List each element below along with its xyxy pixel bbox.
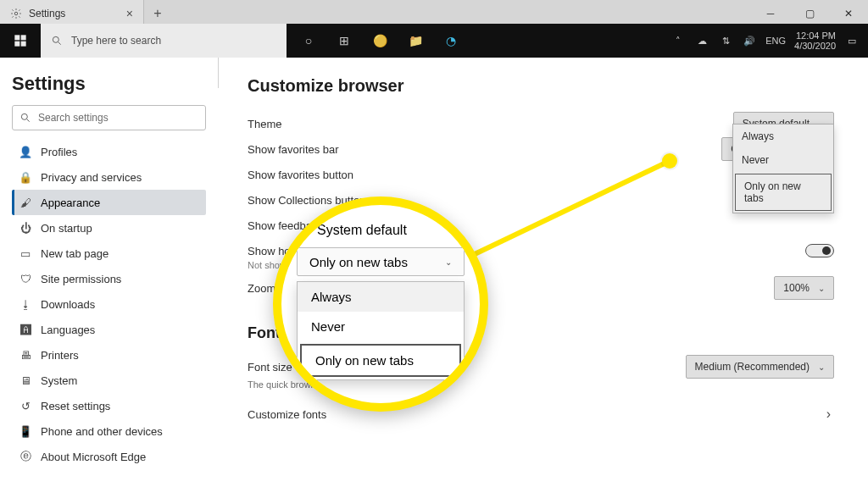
system-tray: ˄ ☁ ⇅ 🔊 ENG 12:04 PM 4/30/2020 ▭: [662, 30, 868, 51]
search-settings-input[interactable]: Search settings: [12, 105, 206, 130]
settings-nav: 👤Profiles 🔒Privacy and services 🖌Appeara…: [12, 139, 206, 469]
download-icon: ⭳: [19, 298, 32, 311]
gear-icon: [10, 8, 22, 19]
permissions-icon: 🛡: [19, 273, 32, 285]
tray-onedrive-icon[interactable]: ☁: [694, 33, 709, 48]
svg-rect-3: [14, 35, 19, 40]
user-icon: 👤: [19, 146, 32, 158]
start-button[interactable]: [0, 24, 41, 58]
reset-icon: ↺: [19, 400, 32, 412]
chevron-down-icon: ⌄: [818, 284, 825, 293]
sidebar-item-system[interactable]: 🖥System: [12, 368, 206, 393]
windows-icon: [14, 34, 27, 47]
newtab-icon: ▭: [19, 247, 32, 260]
taskbar-explorer-icon[interactable]: 📁: [398, 24, 432, 58]
tray-notifications-icon[interactable]: ▭: [844, 33, 860, 48]
callout-anchor-dot: [662, 153, 677, 169]
zoom-select[interactable]: 100%⌄: [774, 276, 834, 300]
sidebar-item-permissions[interactable]: 🛡Site permissions: [12, 266, 206, 291]
theme-label: Theme: [248, 118, 733, 130]
favorites-bar-option-always[interactable]: Always: [733, 125, 833, 148]
cortana-icon[interactable]: ○: [292, 24, 326, 58]
svg-point-7: [53, 36, 58, 42]
tray-chevron-icon[interactable]: ˄: [670, 33, 686, 48]
sidebar-item-about[interactable]: ⓔAbout Microsoft Edge: [12, 444, 206, 469]
lock-icon: 🔒: [19, 171, 32, 184]
tray-clock[interactable]: 12:04 PM 4/30/2020: [794, 30, 836, 51]
callout-option-never[interactable]: Never: [298, 312, 464, 341]
about-icon: ⓔ: [19, 449, 32, 464]
taskbar-edge-icon[interactable]: ◔: [434, 24, 468, 58]
sidebar-item-appearance[interactable]: 🖌Appearance: [12, 190, 206, 215]
sidebar-item-privacy[interactable]: 🔒Privacy and services: [12, 164, 206, 190]
callout-theme-select[interactable]: System default: [297, 219, 465, 242]
tray-volume-icon[interactable]: 🔊: [742, 33, 757, 48]
home-button-toggle[interactable]: [805, 244, 834, 257]
tab-title: Settings: [29, 8, 65, 19]
font-size-select[interactable]: Medium (Recommended)⌄: [686, 355, 834, 379]
phone-icon: 📱: [19, 425, 32, 438]
sidebar-item-startup[interactable]: ⏻On startup: [12, 215, 206, 241]
settings-sidebar: Settings Search settings 👤Profiles 🔒Priv…: [0, 58, 219, 88]
sidebar-item-phone[interactable]: 📱Phone and other devices: [12, 418, 206, 444]
sidebar-item-languages[interactable]: 🅰Languages: [12, 317, 206, 342]
languages-icon: 🅰: [19, 324, 32, 336]
svg-point-2: [21, 113, 27, 119]
svg-point-0: [14, 12, 18, 15]
taskbar-search[interactable]: Type here to search: [41, 24, 287, 58]
sidebar-item-printers[interactable]: 🖶Printers: [12, 342, 206, 368]
sidebar-item-newtab[interactable]: ▭New tab page: [12, 241, 206, 266]
taskbar: Type here to search ○ ⊞ 🟡 📁 ◔ ˄ ☁ ⇅ 🔊 EN…: [0, 24, 868, 58]
settings-heading: Settings: [12, 73, 206, 95]
paint-icon: 🖌: [19, 196, 32, 209]
callout-favbar-select[interactable]: Only on new tabs⌄: [297, 247, 465, 276]
taskbar-chrome-icon[interactable]: 🟡: [363, 24, 397, 58]
callout-option-only-new-tabs[interactable]: Only on new tabs: [300, 344, 461, 377]
svg-rect-5: [14, 42, 19, 47]
sidebar-item-profiles[interactable]: 👤Profiles: [12, 139, 206, 164]
callout-favbar-dropdown: Always Never Only on new tabs: [297, 281, 465, 380]
tray-language[interactable]: ENG: [765, 36, 786, 46]
customize-browser-heading: Customize browser: [248, 76, 834, 96]
chevron-down-icon: ⌄: [445, 257, 452, 267]
chevron-right-icon[interactable]: ›: [826, 407, 834, 422]
favorites-bar-option-never[interactable]: Never: [733, 148, 833, 172]
favorites-bar-option-only-new-tabs[interactable]: Only on new tabs: [735, 174, 832, 211]
customize-fonts-label: Customize fonts: [248, 408, 826, 421]
sidebar-item-reset[interactable]: ↺Reset settings: [12, 393, 206, 418]
favorites-bar-label: Show favorites bar: [248, 143, 721, 156]
system-icon: 🖥: [19, 374, 32, 387]
task-view-icon[interactable]: ⊞: [327, 24, 361, 58]
printer-icon: 🖶: [19, 349, 32, 362]
magnifier-callout: System default Only on new tabs⌄ Always …: [273, 196, 488, 412]
close-tab-icon[interactable]: ×: [126, 7, 133, 20]
callout-option-always[interactable]: Always: [298, 282, 464, 312]
search-icon: [19, 112, 31, 124]
tray-network-icon[interactable]: ⇅: [718, 33, 733, 48]
power-icon: ⏻: [19, 222, 32, 235]
svg-rect-6: [21, 42, 26, 47]
settings-main: Customize browser Theme System default⌄ …: [219, 58, 868, 95]
favorites-bar-dropdown: Always Never Only on new tabs: [732, 124, 834, 213]
search-icon: [51, 35, 63, 47]
sidebar-item-downloads[interactable]: ⭳Downloads: [12, 291, 206, 317]
chevron-down-icon: ⌄: [818, 362, 825, 372]
svg-rect-4: [21, 35, 26, 40]
